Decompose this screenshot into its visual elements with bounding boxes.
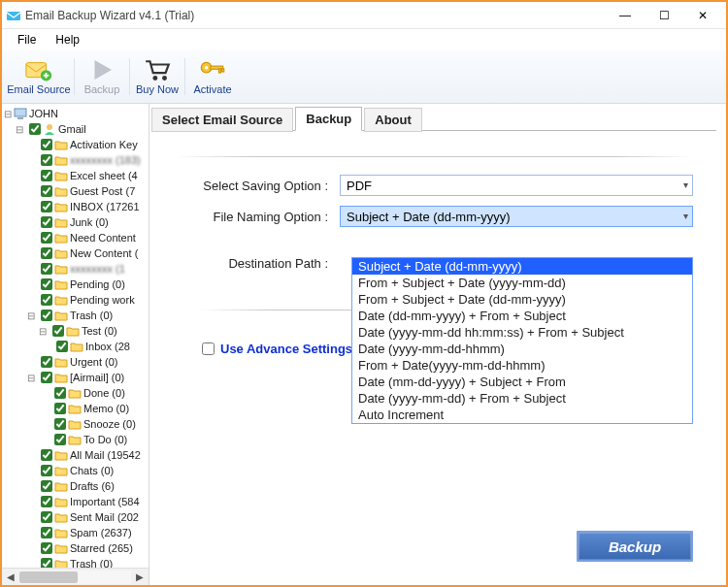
tree-item[interactable]: Excel sheet (4 (2, 168, 149, 183)
tree-checkbox[interactable] (41, 372, 52, 383)
scroll-track[interactable] (19, 571, 131, 584)
file-naming-option[interactable]: From + Subject + Date (yyyy-mm-dd) (352, 275, 692, 291)
tree-checkbox[interactable] (41, 201, 52, 212)
tree-checkbox[interactable] (41, 465, 52, 476)
tree-item[interactable]: Done (0) (2, 385, 149, 401)
advance-settings-checkbox[interactable] (202, 342, 215, 355)
tree-checkbox[interactable] (41, 263, 52, 275)
tree-item[interactable]: New Content ( (2, 245, 149, 261)
tab-about[interactable]: About (364, 108, 422, 132)
scroll-right-icon[interactable]: ▶ (131, 571, 149, 582)
tab-backup[interactable]: Backup (295, 107, 362, 131)
tree-checkbox[interactable] (41, 247, 52, 259)
tree-checkbox[interactable] (41, 542, 52, 554)
tree-item[interactable]: Inbox (28 (2, 339, 149, 354)
tree-checkbox[interactable] (56, 341, 68, 352)
file-naming-option[interactable]: Subject + Date (dd-mm-yyyy) (352, 258, 692, 275)
menu-file[interactable]: File (8, 31, 46, 49)
maximize-button[interactable]: ☐ (645, 3, 683, 28)
tree-checkbox[interactable] (41, 185, 52, 197)
tree-checkbox[interactable] (41, 170, 52, 181)
file-naming-select[interactable]: Subject + Date (dd-mm-yyyy) ▾ (340, 206, 693, 227)
tab-select-source[interactable]: Select Email Source (151, 108, 293, 132)
tree-checkbox[interactable] (29, 123, 41, 135)
tree-checkbox[interactable] (41, 232, 52, 244)
file-naming-option[interactable]: From + Subject + Date (dd-mm-yyyy) (352, 291, 692, 308)
file-naming-dropdown[interactable]: Subject + Date (dd-mm-yyyy)From + Subjec… (351, 257, 693, 424)
file-naming-option[interactable]: Date (dd-mm-yyyy) + From + Subject (352, 308, 692, 324)
tree-item[interactable]: All Mail (19542 (2, 447, 149, 463)
tree-item[interactable]: INBOX (17261 (2, 199, 149, 214)
horizontal-scrollbar[interactable]: ◀ ▶ (2, 568, 149, 585)
tree-checkbox[interactable] (41, 480, 52, 492)
tree-item[interactable]: Snooze (0) (2, 416, 149, 432)
file-naming-option[interactable]: From + Date(yyyy-mm-dd-hhmm) (352, 357, 692, 374)
file-naming-option[interactable]: Auto Increment (352, 407, 692, 423)
tree-item[interactable]: Need Content (2, 230, 149, 245)
backup-button[interactable]: Backup (577, 531, 693, 562)
tree-item[interactable]: Drafts (6) (2, 478, 149, 494)
tree-item[interactable]: ⊟ Trash (0) (2, 308, 149, 323)
tree-item[interactable]: ⊟ [Airmail] (0) (2, 370, 149, 385)
tree-checkbox[interactable] (54, 387, 66, 399)
tree-checkbox[interactable] (41, 278, 52, 290)
tree-root[interactable]: ⊟ JOHN (2, 106, 149, 121)
tree-item[interactable]: ⊟ Test (0) (2, 323, 149, 339)
tree-item[interactable]: Pending (0) (2, 277, 149, 292)
tree-account[interactable]: ⊟ Gmail (2, 121, 149, 137)
file-naming-option[interactable]: Date (yyyy-mm-dd hh:mm:ss) + From + Subj… (352, 324, 692, 341)
tree-item[interactable]: Spam (2637) (2, 525, 149, 540)
tree-item[interactable]: Pending work (2, 292, 149, 308)
collapse-icon[interactable]: ⊟ (25, 310, 37, 321)
file-naming-option[interactable]: Date (yyyy-mm-dd) + From + Subject (352, 390, 692, 407)
toolbar-buy-now[interactable]: Buy Now (130, 54, 184, 99)
toolbar-activate[interactable]: Activate (185, 54, 240, 99)
collapse-icon[interactable]: ⊟ (37, 326, 49, 337)
tree-checkbox[interactable] (41, 511, 52, 523)
saving-option-select[interactable]: PDF ▾ (340, 175, 693, 196)
menu-help[interactable]: Help (46, 31, 89, 49)
tree-checkbox[interactable] (54, 418, 66, 430)
svg-rect-0 (7, 12, 20, 20)
tree-checkbox[interactable] (41, 527, 52, 538)
tree-item[interactable]: xxxxxxxx (1 (2, 261, 149, 277)
folder-tree[interactable]: ⊟ JOHN ⊟ Gmail Activation Keyxxxxxxxx (1… (2, 104, 149, 568)
tree-item[interactable]: Urgent (0) (2, 354, 149, 370)
tree-checkbox[interactable] (52, 325, 64, 337)
tree-checkbox[interactable] (41, 294, 52, 306)
tree-label: [Airmail] (0) (70, 372, 124, 383)
tree-checkbox[interactable] (41, 310, 52, 321)
file-naming-option[interactable]: Date (mm-dd-yyyy) + Subject + From (352, 374, 692, 390)
tree-checkbox[interactable] (41, 356, 52, 368)
tree-checkbox[interactable] (41, 449, 52, 461)
tree-checkbox[interactable] (41, 558, 52, 568)
tree-item[interactable]: Memo (0) (2, 401, 149, 416)
scroll-left-icon[interactable]: ◀ (2, 571, 19, 582)
tree-item[interactable]: Guest Post (7 (2, 183, 149, 199)
tree-checkbox[interactable] (41, 216, 52, 228)
tree-checkbox[interactable] (54, 434, 66, 445)
close-button[interactable]: ✕ (683, 3, 722, 28)
tree-item[interactable]: Chats (0) (2, 463, 149, 478)
minimize-button[interactable]: — (606, 3, 645, 28)
file-naming-option[interactable]: Date (yyyy-mm-dd-hhmm) (352, 341, 692, 357)
collapse-icon[interactable]: ⊟ (2, 109, 14, 119)
collapse-icon[interactable]: ⊟ (14, 124, 25, 135)
tree-item[interactable]: Junk (0) (2, 214, 149, 230)
toolbar-email-source[interactable]: Email Source (4, 54, 74, 99)
scroll-thumb[interactable] (19, 571, 78, 583)
toolbar-backup[interactable]: Backup (75, 54, 129, 99)
tree-label: New Content ( (70, 247, 138, 259)
tree-item[interactable]: Starred (265) (2, 540, 149, 556)
tree-checkbox[interactable] (54, 403, 66, 414)
tree-checkbox[interactable] (41, 139, 52, 150)
tree-item[interactable]: To Do (0) (2, 432, 149, 447)
tree-checkbox[interactable] (41, 154, 52, 166)
tree-item[interactable]: Activation Key (2, 137, 149, 152)
tree-item[interactable]: Sent Mail (202 (2, 509, 149, 525)
tree-item[interactable]: Trash (0) (2, 556, 149, 568)
tree-item[interactable]: xxxxxxxx (183) (2, 152, 149, 168)
collapse-icon[interactable]: ⊟ (25, 373, 37, 383)
tree-checkbox[interactable] (41, 496, 52, 507)
tree-item[interactable]: Important (584 (2, 494, 149, 509)
